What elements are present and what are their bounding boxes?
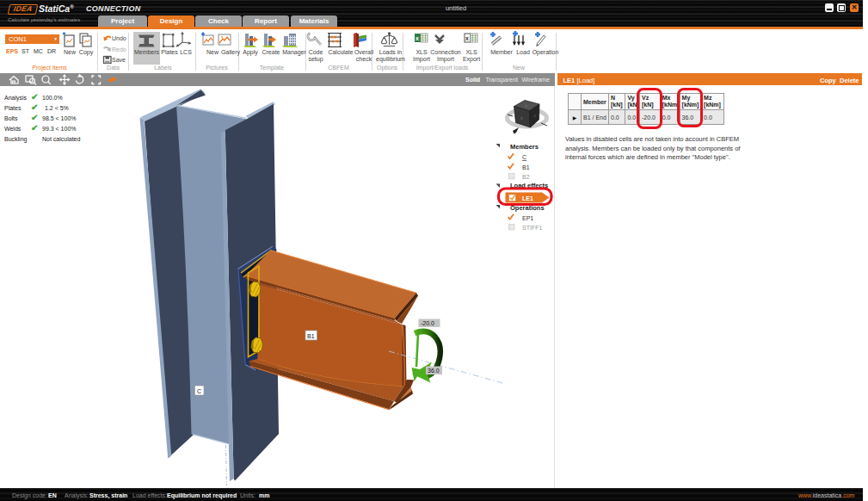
svg-text:C: C	[197, 388, 201, 394]
svg-text:STIFF1: STIFF1	[522, 225, 542, 231]
svg-text:-20.0: -20.0	[421, 320, 434, 326]
svg-text:LE1: LE1	[522, 195, 533, 201]
svg-text:C: C	[522, 154, 526, 160]
svg-text:x: x	[416, 35, 419, 41]
svg-text:Members: Members	[510, 143, 539, 151]
svg-text:x: x	[465, 35, 469, 41]
svg-text:EP1: EP1	[522, 215, 533, 221]
svg-text:B1: B1	[522, 164, 530, 170]
svg-text:B2: B2	[522, 174, 530, 180]
svg-text:Operations: Operations	[510, 204, 545, 212]
svg-text:36.0: 36.0	[428, 368, 440, 374]
svg-text:B1: B1	[307, 333, 315, 339]
